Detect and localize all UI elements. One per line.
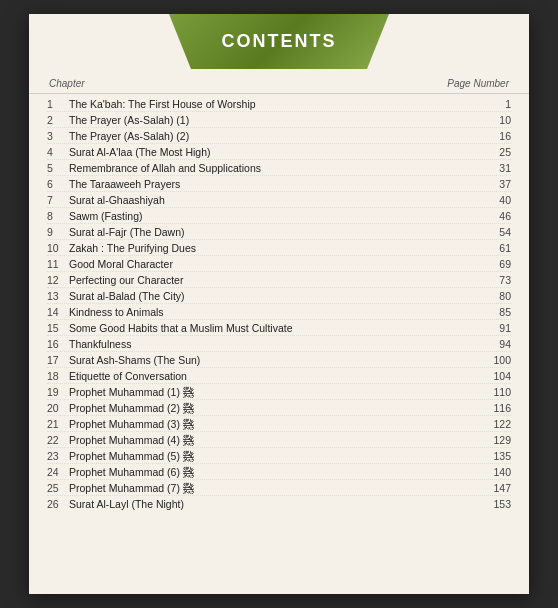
header-area: CONTENTS (29, 14, 529, 74)
page-number: 94 (476, 338, 511, 350)
page-number: 104 (476, 370, 511, 382)
page-number: 122 (476, 418, 511, 430)
table-row: 21Prophet Muhammad ﷺ (3)122 (47, 416, 511, 432)
chapter-number: 1 (47, 98, 69, 110)
chapter-label: Chapter (49, 78, 85, 89)
chapter-number: 15 (47, 322, 69, 334)
chapter-title: Sawm (Fasting) (69, 210, 476, 222)
chapter-number: 5 (47, 162, 69, 174)
page-number: 135 (476, 450, 511, 462)
chapter-number: 8 (47, 210, 69, 222)
chapter-number: 10 (47, 242, 69, 254)
table-row: 12Perfecting our Character73 (47, 272, 511, 288)
page-number: 153 (476, 498, 511, 510)
page-number: 116 (476, 402, 511, 414)
table-row: 2The Prayer (As-Salah) (1)10 (47, 112, 511, 128)
table-row: 1The Ka'bah: The First House of Worship1 (47, 96, 511, 112)
chapter-title: Prophet Muhammad ﷺ (2) (69, 402, 476, 414)
chapter-number: 14 (47, 306, 69, 318)
header-green-band: CONTENTS (169, 14, 389, 69)
chapter-title: Prophet Muhammad ﷺ (4) (69, 434, 476, 446)
page-number: 85 (476, 306, 511, 318)
chapter-number: 9 (47, 226, 69, 238)
page-number: 37 (476, 178, 511, 190)
page-number: 46 (476, 210, 511, 222)
chapter-number: 17 (47, 354, 69, 366)
page-number: 31 (476, 162, 511, 174)
chapter-number: 19 (47, 386, 69, 398)
chapter-number: 21 (47, 418, 69, 430)
table-row: 25Prophet Muhammad ﷺ (7)147 (47, 480, 511, 496)
table-row: 18Etiquette of Conversation104 (47, 368, 511, 384)
table-row: 22Prophet Muhammad ﷺ (4)129 (47, 432, 511, 448)
contents-title: CONTENTS (222, 31, 337, 52)
page-number: 16 (476, 130, 511, 142)
chapter-number: 23 (47, 450, 69, 462)
chapter-number: 11 (47, 258, 69, 270)
table-row: 5Remembrance of Allah and Supplications3… (47, 160, 511, 176)
chapter-number: 6 (47, 178, 69, 190)
sub-header: Chapter Page Number (29, 74, 529, 94)
page-number: 25 (476, 146, 511, 158)
chapter-title: Remembrance of Allah and Supplications (69, 162, 476, 174)
chapter-number: 3 (47, 130, 69, 142)
chapter-number: 2 (47, 114, 69, 126)
page-number: 10 (476, 114, 511, 126)
page-number: 80 (476, 290, 511, 302)
book-page: CONTENTS Chapter Page Number 1The Ka'bah… (29, 14, 529, 594)
table-row: 26Surat Al-Layl (The Night)153 (47, 496, 511, 511)
page-number: 61 (476, 242, 511, 254)
chapter-number: 7 (47, 194, 69, 206)
chapter-number: 26 (47, 498, 69, 510)
table-row: 17Surat Ash-Shams (The Sun)100 (47, 352, 511, 368)
chapter-title: Surat al-Ghaashiyah (69, 194, 476, 206)
chapter-title: Surat Al-Layl (The Night) (69, 498, 476, 510)
table-row: 24Prophet Muhammad ﷺ (6)140 (47, 464, 511, 480)
chapter-number: 24 (47, 466, 69, 478)
table-row: 11Good Moral Character69 (47, 256, 511, 272)
chapter-title: The Ka'bah: The First House of Worship (69, 98, 476, 110)
page-number: 140 (476, 466, 511, 478)
chapter-title: The Taraaweeh Prayers (69, 178, 476, 190)
table-row: 9Surat al-Fajr (The Dawn)54 (47, 224, 511, 240)
table-row: 10Zakah : The Purifying Dues61 (47, 240, 511, 256)
page-number: 54 (476, 226, 511, 238)
table-row: 8Sawm (Fasting)46 (47, 208, 511, 224)
chapter-number: 18 (47, 370, 69, 382)
chapter-number: 22 (47, 434, 69, 446)
chapter-title: Perfecting our Character (69, 274, 476, 286)
chapter-number: 20 (47, 402, 69, 414)
chapter-title: Prophet Muhammad ﷺ (6) (69, 466, 476, 478)
table-row: 4Surat Al-A'laa (The Most High)25 (47, 144, 511, 160)
table-row: 6The Taraaweeh Prayers37 (47, 176, 511, 192)
chapter-title: Prophet Muhammad ﷺ (5) (69, 450, 476, 462)
chapter-title: Good Moral Character (69, 258, 476, 270)
chapter-number: 16 (47, 338, 69, 350)
chapter-title: Surat al-Fajr (The Dawn) (69, 226, 476, 238)
table-row: 23Prophet Muhammad ﷺ (5)135 (47, 448, 511, 464)
chapter-title: Surat Ash-Shams (The Sun) (69, 354, 476, 366)
chapter-title: Surat al-Balad (The City) (69, 290, 476, 302)
chapter-number: 13 (47, 290, 69, 302)
table-row: 7Surat al-Ghaashiyah40 (47, 192, 511, 208)
page-number-label: Page Number (447, 78, 509, 89)
table-row: 20Prophet Muhammad ﷺ (2)116 (47, 400, 511, 416)
chapter-title: Prophet Muhammad ﷺ (3) (69, 418, 476, 430)
page-number: 73 (476, 274, 511, 286)
chapter-title: Surat Al-A'laa (The Most High) (69, 146, 476, 158)
page-number: 91 (476, 322, 511, 334)
chapter-title: Prophet Muhammad ﷺ (1) (69, 386, 476, 398)
page-number: 69 (476, 258, 511, 270)
chapter-title: Kindness to Animals (69, 306, 476, 318)
content-table: 1The Ka'bah: The First House of Worship1… (29, 94, 529, 515)
page-number: 129 (476, 434, 511, 446)
chapter-title: Prophet Muhammad ﷺ (7) (69, 482, 476, 494)
chapter-number: 25 (47, 482, 69, 494)
table-row: 19Prophet Muhammad ﷺ (1)110 (47, 384, 511, 400)
chapter-title: The Prayer (As-Salah) (2) (69, 130, 476, 142)
chapter-title: Zakah : The Purifying Dues (69, 242, 476, 254)
chapter-number: 12 (47, 274, 69, 286)
chapter-title: Some Good Habits that a Muslim Must Cult… (69, 322, 476, 334)
table-row: 15Some Good Habits that a Muslim Must Cu… (47, 320, 511, 336)
table-row: 3The Prayer (As-Salah) (2)16 (47, 128, 511, 144)
